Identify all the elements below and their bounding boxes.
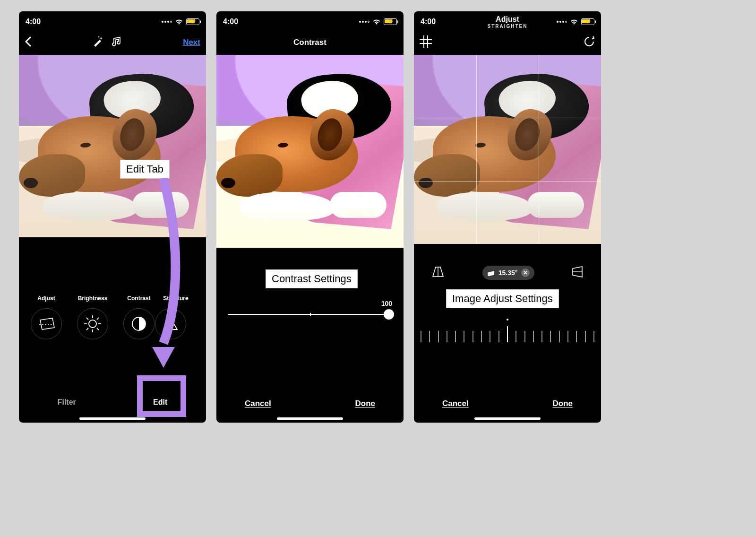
edit-tools-row: Adjust Brightness Contrast Structure <box>19 295 206 339</box>
status-indicators: ⚡ <box>162 18 199 25</box>
straighten-dial[interactable] <box>421 323 594 342</box>
status-indicators: ⚡ <box>359 18 397 25</box>
grid-icon[interactable] <box>420 35 432 50</box>
status-indicators: ⚡ <box>557 18 594 25</box>
slider-thumb[interactable] <box>384 309 394 320</box>
tool-structure[interactable]: Structure <box>163 295 189 339</box>
home-indicator[interactable] <box>474 417 541 420</box>
cancel-button[interactable]: Cancel <box>442 399 469 408</box>
annotation-edit-tab: Edit Tab <box>120 160 170 179</box>
status-time: 4:00 <box>421 17 436 26</box>
nav-bar: Adjust STRAIGHTEN <box>414 30 601 55</box>
svg-line-8 <box>86 328 88 330</box>
perspective-controls: 15.35° ✕ <box>414 266 601 280</box>
svg-point-0 <box>89 320 96 328</box>
angle-value: 15.35° <box>498 269 518 277</box>
nav-bar: Contrast <box>216 30 404 55</box>
done-button[interactable]: Done <box>355 399 376 408</box>
adjust-crop-icon <box>36 316 56 331</box>
home-indicator[interactable] <box>79 417 146 420</box>
straighten-icon <box>487 269 495 276</box>
tab-filter[interactable]: Filter <box>44 393 89 411</box>
phone-screen-adjust: 4:00 ⚡ Adjust STRAIGHTEN <box>414 11 601 423</box>
photo-preview[interactable] <box>19 55 206 237</box>
contrast-half-circle-icon <box>131 316 147 332</box>
next-button[interactable]: Next <box>183 38 200 47</box>
annotation-adjust-settings: Image Adjust Settings <box>446 289 559 308</box>
signal-dots-icon <box>359 21 369 23</box>
wifi-icon <box>372 18 381 25</box>
skew-horizontal-icon[interactable] <box>431 266 445 279</box>
svg-line-6 <box>97 328 99 330</box>
status-time: 4:00 <box>223 17 238 26</box>
slider-value: 100 <box>381 300 392 307</box>
tool-contrast[interactable]: Contrast <box>116 295 162 339</box>
battery-charging-icon: ⚡ <box>581 18 594 25</box>
battery-charging-icon: ⚡ <box>384 18 397 25</box>
phone-screen-edit: 4:00 ⚡ Next Adjust <box>19 11 206 423</box>
structure-triangle-icon <box>162 316 179 331</box>
signal-dots-icon <box>557 21 567 23</box>
music-icon[interactable] <box>112 36 122 49</box>
brightness-sun-icon <box>83 314 102 333</box>
magic-wand-icon[interactable] <box>92 36 103 49</box>
annotation-arrow-head-icon <box>152 347 175 368</box>
svg-line-5 <box>86 318 88 320</box>
slider-center-tick-icon <box>310 313 311 316</box>
photo-preview[interactable] <box>414 55 601 244</box>
photo-preview[interactable] <box>216 55 404 248</box>
tool-adjust[interactable]: Adjust <box>24 295 69 339</box>
wifi-icon <box>570 18 578 25</box>
status-bar: 4:00 ⚡ <box>216 11 404 30</box>
status-bar: 4:00 ⚡ <box>414 11 601 30</box>
footer-actions: Cancel Done <box>216 399 404 408</box>
home-indicator[interactable] <box>277 417 343 420</box>
signal-dots-icon <box>162 21 172 23</box>
footer-actions: Cancel Done <box>414 399 601 408</box>
slider-track[interactable] <box>228 314 392 315</box>
cancel-button[interactable]: Cancel <box>245 399 271 408</box>
tool-brightness[interactable]: Brightness <box>70 295 115 339</box>
skew-vertical-icon[interactable] <box>572 266 584 280</box>
back-button[interactable] <box>25 35 31 50</box>
battery-charging-icon: ⚡ <box>186 18 199 25</box>
wifi-icon <box>175 18 183 25</box>
nav-bar: Next <box>19 30 206 55</box>
clear-angle-icon[interactable]: ✕ <box>521 268 530 277</box>
dial-marker-icon <box>507 319 508 320</box>
status-bar: 4:00 ⚡ <box>19 11 206 30</box>
reset-icon[interactable] <box>583 35 595 50</box>
page-title: Contrast <box>216 38 404 47</box>
status-time: 4:00 <box>26 17 41 26</box>
highlight-box <box>137 375 186 417</box>
contrast-slider[interactable]: 100 <box>228 314 392 315</box>
done-button[interactable]: Done <box>553 399 573 408</box>
angle-readout[interactable]: 15.35° ✕ <box>482 266 535 280</box>
phone-screen-contrast: 4:00 ⚡ Contrast Contrast Settings 100 Ca… <box>216 11 404 423</box>
svg-line-7 <box>97 318 99 320</box>
annotation-contrast-settings: Contrast Settings <box>266 269 358 288</box>
